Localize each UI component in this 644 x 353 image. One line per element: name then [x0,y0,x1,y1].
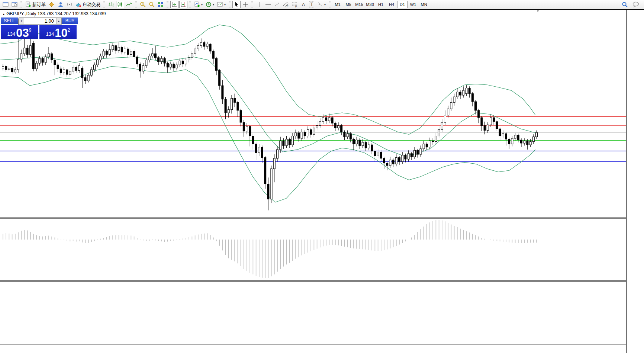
price-chart-canvas[interactable] [0,10,626,353]
candle-body [219,70,220,86]
templates-icon[interactable]: ▾ [216,1,227,8]
candle-body [456,92,458,97]
channel-icon[interactable]: E [282,1,290,8]
candle-body [316,126,318,128]
candle-body [380,152,382,158]
timeframe-m5[interactable]: M5 [343,1,354,8]
timeframe-m1[interactable]: M1 [332,1,343,8]
candle-body [353,139,355,144]
symbol-marker-icon: ▲ [2,13,5,16]
text-tool-label: A [302,2,305,7]
bar-chart-icon[interactable] [107,1,115,8]
vertical-line-icon[interactable] [255,1,263,8]
timeframe-d1[interactable]: D1 [397,1,408,8]
chat-icon[interactable] [631,1,640,8]
tile-windows-icon[interactable] [157,1,165,8]
new-order-button[interactable]: 新订单 [24,1,47,8]
candle-body [356,140,358,144]
candle-body [243,122,245,131]
add-indicator-icon[interactable]: ▾ [193,1,204,8]
candle-body [493,118,495,122]
candle-body [57,65,59,69]
text-tool-button[interactable]: A [300,1,307,8]
buy-price[interactable]: 134 10 2 [39,25,77,39]
candle-body [173,64,175,68]
candle-body [225,99,226,113]
buy-button[interactable]: BUY [62,17,78,24]
auto-scroll-icon[interactable] [170,1,178,8]
candle-body [368,145,370,148]
candle-body [164,58,165,63]
crosshair-icon[interactable] [241,1,249,8]
shapes-icon[interactable]: ▾ [316,1,327,8]
sell-price[interactable]: 134 03 9 [1,25,38,39]
toolbar-grip [167,1,168,7]
periods-icon[interactable]: ▾ [205,1,215,8]
sell-price-big: 03 [16,28,29,38]
candle-body [432,141,434,141]
candle-body [468,88,470,94]
search-icon[interactable] [621,1,629,8]
candle-body [222,86,223,99]
candle-body [23,48,25,54]
metaeditor-icon[interactable] [48,1,56,8]
candle-body [420,149,422,154]
candle-body [197,46,199,49]
label-tool-button[interactable]: T [308,1,315,8]
timeframe-mn[interactable]: MN [419,1,429,8]
market-watch-icon[interactable] [57,1,65,8]
candle-body [319,122,321,126]
candle-body [139,64,141,71]
cursor-icon[interactable] [232,1,241,8]
line-chart-icon[interactable] [125,1,133,8]
candle-body [100,56,102,60]
candle-body [298,133,300,138]
candle-body [191,54,193,58]
candle-body [42,58,44,62]
profile-window-icon[interactable] [10,1,19,8]
zoom-out-icon[interactable] [148,1,156,8]
candle-body [328,118,330,121]
candle-body [124,49,126,52]
candle-body [161,58,162,62]
chart-window-icon[interactable] [1,1,10,8]
candlestick-icon[interactable] [116,1,124,8]
price-axis[interactable] [626,10,644,353]
candle-body [377,152,379,156]
candle-body [344,132,345,137]
candle-body [48,54,50,57]
candle-body [517,135,519,140]
sell-price-pip: 9 [29,28,32,33]
timeframe-w1[interactable]: W1 [408,1,418,8]
timeframe-m30[interactable]: M30 [365,1,375,8]
date-axis[interactable] [0,346,626,353]
trendline-icon[interactable] [273,1,281,8]
candle-body [532,137,534,142]
candle-body [115,46,117,51]
horizontal-line-icon[interactable] [264,1,272,8]
timeframe-h4[interactable]: H4 [386,1,397,8]
chart-area[interactable]: ▲ GBPJPY-,Daily 133.763 134.207 132.933 … [0,9,644,353]
buy-price-base: 134 [46,31,54,37]
candle-body [170,64,172,67]
volume-stepper[interactable]: ▼ 1.00 ▲ [19,17,62,25]
zoom-in-icon[interactable] [139,1,147,8]
candle-body [511,138,513,144]
chart-shift-icon[interactable] [179,1,187,8]
timeframe-h1[interactable]: H1 [376,1,386,8]
candle-body [292,136,294,145]
candle-body [277,150,278,158]
signals-icon[interactable] [65,1,74,8]
autotrade-button[interactable]: 自动交易 [74,1,102,8]
volume-down-button[interactable]: ▼ [19,18,24,24]
fibonacci-icon[interactable]: F [291,1,299,8]
candle-body [514,135,516,138]
candle-body [484,126,486,131]
volume-up-button[interactable]: ▲ [56,18,61,24]
candle-body [94,65,96,70]
candle-body [231,99,233,110]
volume-value[interactable]: 1.00 [24,18,56,24]
timeframe-m15[interactable]: M15 [354,1,364,8]
candle-body [408,154,409,159]
sell-button[interactable]: SELL [1,17,18,24]
